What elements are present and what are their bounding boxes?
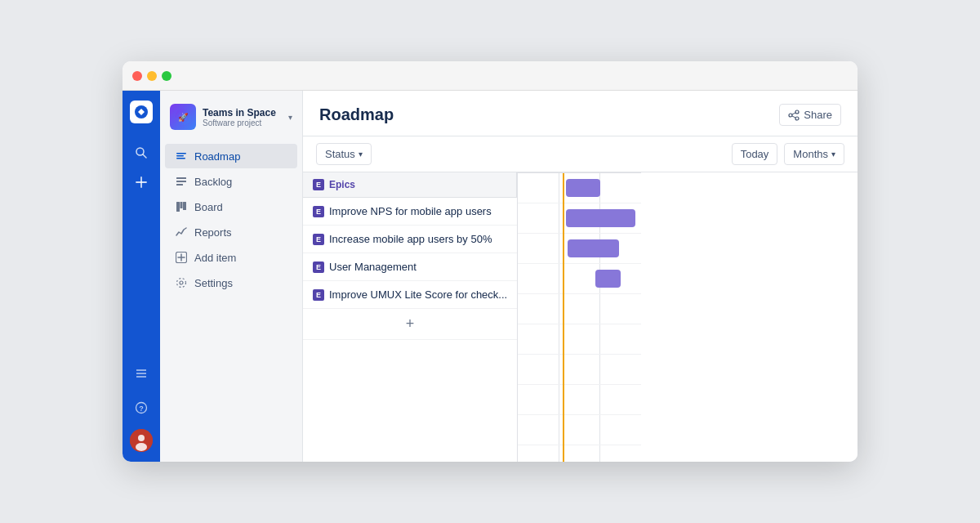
add-epic-icon: + (406, 315, 415, 333)
sidebar-item-roadmap[interactable]: Roadmap (165, 144, 297, 168)
epic-bar-row-3 (518, 234, 641, 264)
epics-column: E Epics E Improve NPS for mobile app use… (303, 172, 518, 462)
svg-text:🚀: 🚀 (178, 112, 189, 123)
title-bar (122, 61, 858, 91)
empty-row-4 (518, 415, 641, 445)
epics-column-header: E Epics (303, 172, 517, 198)
svg-rect-19 (176, 181, 186, 182)
svg-rect-20 (176, 184, 183, 186)
nav-logo[interactable] (130, 101, 153, 123)
svg-line-32 (792, 113, 795, 114)
share-label: Share (804, 109, 832, 121)
hamburger-nav-icon[interactable] (128, 360, 154, 387)
page-title: Roadmap (319, 105, 394, 124)
epic-bar-2[interactable] (566, 209, 635, 227)
traffic-lights (132, 71, 172, 81)
svg-point-29 (795, 110, 799, 114)
list-item[interactable]: E Increase mobile app users by 50% (303, 226, 517, 253)
epic-bar-4[interactable] (595, 270, 620, 288)
svg-rect-16 (176, 155, 184, 157)
epic-icon: E (313, 206, 324, 217)
maximize-button[interactable] (162, 71, 172, 81)
toolbar-right: Today Months ▾ (732, 143, 844, 165)
add-item-icon (175, 251, 188, 264)
epic-bar-1[interactable] (566, 179, 600, 197)
svg-line-2 (143, 154, 146, 158)
toolbar-left: Status ▾ (316, 143, 372, 165)
epic-icon: E (313, 262, 324, 273)
svg-point-11 (138, 435, 145, 441)
sidebar-nav: Roadmap Backlog (160, 143, 302, 462)
list-item[interactable]: E User Management (303, 253, 517, 281)
help-nav-icon[interactable]: ? (128, 395, 154, 421)
svg-rect-23 (183, 202, 186, 210)
svg-rect-15 (176, 153, 186, 154)
empty-row-1 (518, 324, 641, 355)
create-nav-icon[interactable] (128, 169, 154, 195)
status-filter-chevron-icon: ▾ (359, 150, 363, 159)
roadmap-area: E Epics E Improve NPS for mobile app use… (303, 172, 858, 462)
epics-empty-area (303, 340, 517, 462)
nav-rail: ? (122, 91, 160, 462)
roadmap-icon (175, 150, 188, 163)
svg-point-27 (180, 281, 183, 284)
sidebar-item-roadmap-label: Roadmap (194, 150, 240, 163)
project-selector[interactable]: 🚀 Teams in Space Software project ▾ (160, 97, 302, 136)
months-button[interactable]: Months ▾ (784, 143, 844, 165)
empty-row-2 (518, 355, 641, 385)
epic-label: Improve UMUX Lite Score for check... (329, 288, 507, 301)
sidebar-item-add-item-label: Add item (194, 252, 236, 264)
minimize-button[interactable] (147, 71, 157, 81)
svg-point-12 (136, 443, 147, 451)
project-chevron-icon: ▾ (288, 113, 292, 122)
close-button[interactable] (132, 71, 142, 81)
svg-rect-21 (176, 202, 180, 212)
project-icon: 🚀 (170, 104, 196, 130)
empty-row-5 (518, 445, 641, 462)
add-epic-button[interactable]: + (303, 309, 517, 340)
share-button[interactable]: Share (779, 104, 841, 126)
epic-bar-row-1 (518, 173, 641, 203)
backlog-icon (175, 175, 188, 188)
epic-header-icon: E (313, 179, 324, 190)
sidebar-item-board[interactable]: Board (165, 194, 297, 219)
epics-header-label: Epics (329, 179, 355, 190)
sidebar-item-backlog[interactable]: Backlog (165, 169, 297, 194)
svg-line-33 (792, 116, 795, 118)
epic-bar-3[interactable] (568, 239, 619, 257)
sidebar-item-add-item[interactable]: Add item (165, 245, 297, 270)
svg-point-28 (177, 279, 186, 288)
app-body: ? (122, 91, 858, 462)
sidebar-item-reports-label: Reports (194, 226, 232, 239)
list-item[interactable]: E Improve UMUX Lite Score for check... (303, 281, 517, 309)
project-type: Software project (203, 118, 282, 127)
svg-rect-22 (180, 202, 183, 208)
epic-label: Improve NPS for mobile app users (329, 205, 492, 217)
app-window: ? (122, 61, 858, 462)
user-avatar[interactable] (130, 429, 153, 452)
sidebar-item-backlog-label: Backlog (194, 176, 232, 188)
board-icon (175, 200, 188, 213)
reports-icon (175, 226, 188, 239)
nav-bottom: ? (128, 360, 154, 452)
empty-row-3 (518, 385, 641, 415)
months-label: Months (793, 148, 828, 160)
epic-icon: E (313, 234, 324, 245)
sidebar: 🚀 Teams in Space Software project ▾ (160, 91, 303, 462)
toolbar: Status ▾ Today Months ▾ (303, 136, 858, 172)
months-chevron-icon: ▾ (831, 150, 835, 159)
list-item[interactable]: E Improve NPS for mobile app users (303, 198, 517, 226)
today-line (563, 173, 564, 462)
status-filter-label: Status (325, 148, 355, 160)
status-filter-button[interactable]: Status ▾ (316, 143, 372, 165)
today-button[interactable]: Today (732, 143, 778, 165)
svg-rect-18 (176, 177, 186, 179)
svg-point-30 (789, 114, 792, 117)
main-header: Roadmap Share (303, 91, 858, 136)
epic-label: User Management (329, 261, 416, 273)
sidebar-item-settings[interactable]: Settings (165, 270, 297, 295)
bars-container (518, 173, 641, 462)
search-nav-icon[interactable] (128, 140, 154, 166)
sidebar-item-reports[interactable]: Reports (165, 220, 297, 244)
timeline-column: NOV DEC JAN (518, 172, 641, 462)
